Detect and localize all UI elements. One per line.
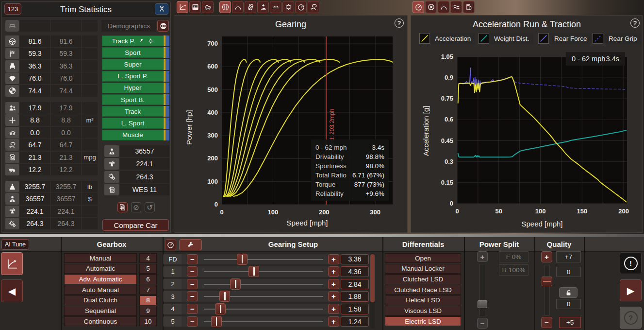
undo-button[interactable]: ↺ bbox=[145, 202, 155, 212]
quality-increase-button[interactable]: + bbox=[541, 251, 552, 262]
accel-tab-gauge-button[interactable] bbox=[413, 1, 424, 13]
tutorial-help-button[interactable]: ? bbox=[620, 307, 642, 329]
ratio-decrease-button[interactable]: − bbox=[187, 291, 198, 301]
gearing-tab-table-button[interactable] bbox=[189, 1, 201, 13]
ratio-increase-button[interactable]: + bbox=[328, 304, 339, 314]
previous-section-button[interactable]: ◀ bbox=[1, 279, 23, 302]
graphs-view-button[interactable] bbox=[1, 252, 23, 275]
ratio-slider-handle[interactable] bbox=[237, 254, 248, 265]
gear-count-5[interactable]: 5 bbox=[139, 264, 157, 274]
markets-globe-button[interactable] bbox=[157, 20, 169, 32]
category-super[interactable]: Super bbox=[102, 59, 169, 69]
gearing-help-button[interactable]: ? bbox=[395, 18, 404, 28]
ratio-slider-handle[interactable] bbox=[230, 278, 241, 290]
car-slot-button[interactable] bbox=[5, 20, 19, 32]
gear-count-6[interactable]: 6 bbox=[139, 274, 157, 284]
differential-viscous-lsd[interactable]: Viscous LSD bbox=[385, 306, 461, 315]
ratio-slider-handle[interactable] bbox=[211, 316, 222, 327]
category-hyper[interactable]: Hyper bbox=[102, 83, 169, 93]
power-split-decrease-button[interactable]: − bbox=[477, 318, 488, 329]
ratio-increase-button[interactable]: + bbox=[328, 279, 339, 289]
race-flags-button[interactable] bbox=[155, 3, 168, 15]
differential-electric-lsd[interactable]: Electric LSD bbox=[385, 316, 461, 326]
differential-open[interactable]: Open bbox=[385, 253, 461, 263]
category-l-sport[interactable]: L. Sport bbox=[102, 118, 169, 128]
differential-clutched-lsd[interactable]: Clutched LSD bbox=[385, 274, 461, 284]
ratio-decrease-button[interactable]: − bbox=[187, 304, 198, 314]
next-section-button[interactable]: ▶ bbox=[620, 279, 642, 301]
gearing-tab-arch-button[interactable] bbox=[232, 1, 244, 13]
category-l-sport-p-[interactable]: L. Sport P. bbox=[102, 71, 169, 82]
category-track[interactable]: Track bbox=[102, 106, 169, 117]
units-toggle-button[interactable]: 123 bbox=[4, 3, 21, 15]
demographics-button[interactable]: Demographics bbox=[101, 20, 156, 32]
quality-decrease-button[interactable]: − bbox=[541, 317, 552, 328]
gear-count-4[interactable]: 4 bbox=[139, 253, 157, 263]
gear-count-8[interactable]: 8 bbox=[139, 295, 157, 305]
differential-helical-lsd[interactable]: Helical LSD bbox=[385, 295, 461, 305]
compare-car-button[interactable]: Compare Car bbox=[102, 219, 169, 231]
gearbox-type-continuous[interactable]: Continuous bbox=[64, 316, 137, 326]
ratio-increase-button[interactable]: + bbox=[328, 316, 339, 327]
gearing-tab-tyre-button[interactable] bbox=[245, 1, 256, 13]
power-split-slider-track[interactable] bbox=[479, 264, 485, 316]
accel-tab-arch-button[interactable] bbox=[438, 1, 449, 13]
category-track-p-[interactable]: Track P. bbox=[102, 35, 169, 46]
ratio-slider-track[interactable] bbox=[204, 284, 323, 285]
legend-swatch-weight-dist-[interactable] bbox=[479, 33, 489, 44]
ratio-decrease-button[interactable]: − bbox=[187, 316, 198, 327]
gearing-tab-line-chart-button[interactable] bbox=[177, 1, 188, 13]
ratio-decrease-button[interactable]: − bbox=[187, 266, 198, 277]
gear-count-10[interactable]: 10 bbox=[139, 316, 157, 326]
gearing-tab-gauge-button[interactable] bbox=[295, 1, 307, 13]
accel-tab-fuel-pump-button[interactable] bbox=[463, 1, 475, 13]
ratio-slider-handle[interactable] bbox=[219, 291, 230, 302]
quality-lock-button[interactable] bbox=[559, 287, 578, 298]
power-split-slider-handle[interactable] bbox=[478, 300, 487, 308]
copy-settings-button[interactable] bbox=[117, 202, 128, 212]
accel-help-button[interactable]: ? bbox=[630, 18, 640, 28]
ratio-increase-button[interactable]: + bbox=[328, 266, 339, 277]
ratio-slider-handle[interactable] bbox=[215, 303, 226, 314]
gearing-tab-aero-button[interactable] bbox=[270, 1, 281, 13]
legend-swatch-rear-force[interactable] bbox=[538, 33, 549, 44]
gearbox-type-auto-manual[interactable]: Auto Manual bbox=[64, 285, 137, 295]
gear-count-9[interactable]: 9 bbox=[139, 306, 157, 315]
quality-slider-track[interactable] bbox=[544, 265, 550, 316]
setup-scrollbar-handle[interactable] bbox=[370, 254, 375, 302]
accel-tab-waves-button[interactable] bbox=[450, 1, 462, 13]
gear-count-7[interactable]: 7 bbox=[139, 285, 157, 295]
gearing-tab-car-side-button[interactable] bbox=[202, 1, 214, 13]
gearbox-type-automatic[interactable]: Automatic bbox=[64, 264, 137, 274]
ratio-slider-track[interactable] bbox=[204, 321, 323, 322]
quality-slider-handle[interactable] bbox=[542, 277, 552, 286]
gearbox-type-dual-clutch[interactable]: Dual Clutch bbox=[64, 295, 137, 305]
category-muscle[interactable]: Muscle bbox=[102, 130, 169, 140]
ratio-decrease-button[interactable]: − bbox=[187, 279, 198, 289]
ratio-slider-handle[interactable] bbox=[248, 266, 259, 277]
gearing-tab-shifter-button[interactable] bbox=[219, 1, 231, 13]
ratio-increase-button[interactable]: + bbox=[328, 291, 339, 301]
ratio-decrease-button[interactable]: − bbox=[187, 254, 198, 264]
discard-button[interactable]: ⊘ bbox=[131, 202, 141, 212]
power-split-increase-button[interactable]: + bbox=[477, 251, 488, 262]
gearing-tab-hand-cloud-button[interactable] bbox=[308, 1, 319, 13]
gearbox-type-adv-automatic[interactable]: Adv. Automatic bbox=[64, 274, 137, 284]
category-sport-b-[interactable]: Sport B. bbox=[102, 94, 169, 105]
gearbox-type-manual[interactable]: Manual bbox=[64, 253, 137, 263]
gearbox-type-sequential[interactable]: Sequential bbox=[64, 306, 137, 315]
ratio-increase-button[interactable]: + bbox=[328, 254, 339, 264]
category-sport[interactable]: Sport bbox=[102, 47, 169, 58]
ratio-slider-track[interactable] bbox=[204, 271, 323, 272]
gearing-tab-brake-disc-button[interactable] bbox=[282, 1, 294, 13]
ai-tune-tab[interactable]: AI Tune bbox=[1, 239, 29, 250]
differential-clutched-race-lsd[interactable]: Clutched Race LSD bbox=[385, 285, 461, 295]
gearing-tab-pedal-button[interactable] bbox=[257, 1, 269, 13]
legend-swatch-rear-grip[interactable] bbox=[593, 33, 603, 44]
differential-manual-locker[interactable]: Manual Locker bbox=[385, 264, 461, 274]
warnings-button[interactable]: ! bbox=[620, 252, 642, 274]
legend-swatch-acceleration[interactable] bbox=[419, 33, 430, 44]
ratio-slider-track[interactable] bbox=[204, 259, 323, 260]
accel-tab-wheel-x-button[interactable] bbox=[425, 1, 437, 13]
gearing-advanced-mode-button[interactable] bbox=[179, 239, 202, 250]
